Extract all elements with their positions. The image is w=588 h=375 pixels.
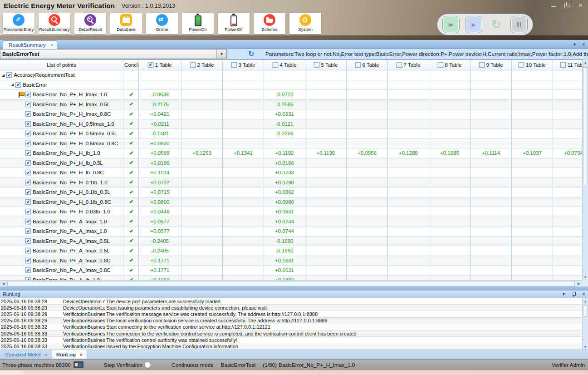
panel-splitter[interactable]: [0, 286, 588, 291]
pin-icon[interactable]: [572, 291, 576, 297]
column-checkbox[interactable]: [314, 62, 319, 68]
row-checkbox[interactable]: [25, 199, 31, 205]
minimize-icon[interactable]: [551, 3, 557, 8]
table-row[interactable]: BasicError_No_P+_A_Imax_0.5L✔-0.2405-0.1…: [0, 237, 582, 247]
stop-verification-toggle[interactable]: [144, 361, 151, 368]
runlog-scroll-up-icon[interactable]: ▲: [583, 298, 588, 304]
table-row[interactable]: BasicError_No_P+_H_0.5Imax_0.8C✔+0.0930: [0, 139, 582, 149]
table-row[interactable]: BasicError_No_P+_H_Ib_0.5L✔+0.0196+0.016…: [0, 158, 582, 168]
table-row[interactable]: BasicError_No_P+_H_Ib_0.8C✔+0.1014+0.074…: [0, 168, 582, 178]
row-checkbox[interactable]: [25, 267, 31, 273]
toolbar-button-DataSave[interactable]: DataSave: [110, 13, 142, 34]
runlog-close-icon[interactable]: ×: [582, 291, 585, 297]
combobox-arrow-icon[interactable]: ▼: [216, 49, 226, 59]
column-checkbox[interactable]: [148, 62, 153, 68]
toolbar-button-DetailResult[interactable]: DetailResult: [74, 13, 106, 34]
row-checkbox[interactable]: [25, 189, 31, 195]
tab-close-icon[interactable]: ×: [50, 42, 53, 48]
scroll-up-icon[interactable]: ▲: [583, 59, 588, 65]
row-checkbox[interactable]: [25, 131, 31, 136]
tree-row-AccuracyRequirementTest[interactable]: ◢AccuracyRequirementTest: [0, 70, 582, 80]
close-icon[interactable]: [578, 3, 584, 8]
column-checkbox[interactable]: [438, 62, 443, 68]
row-checkbox[interactable]: [25, 92, 31, 97]
row-checkbox[interactable]: [25, 238, 31, 244]
table-row[interactable]: BasicError_No_P+_H_Imax_0.8C✔+0.0421+0.0…: [0, 109, 582, 119]
column-checkbox[interactable]: [560, 62, 566, 68]
table-row[interactable]: BasicError_No_P+_H_0.03Ib_1.0✔+0.0446+0.…: [0, 207, 582, 217]
bottom-tab-close-icon[interactable]: ×: [44, 352, 47, 357]
column-checkbox[interactable]: [190, 62, 196, 68]
table-horizontal-scrollbar[interactable]: ◀ ▶: [0, 280, 582, 286]
table-row[interactable]: BasicError_No_P+_A_Imax_0.5L✔-0.2405-0.1…: [0, 246, 582, 256]
row-checkbox[interactable]: [25, 150, 31, 156]
tree-expander-icon[interactable]: ◢: [2, 73, 5, 77]
log-row[interactable]: 2025-06-16 09:38:33VerificationBusinessL…: [0, 343, 582, 350]
scroll-left-icon[interactable]: ◀: [0, 281, 7, 287]
tree-expander-icon[interactable]: ◢: [11, 83, 14, 87]
table-vertical-scrollbar[interactable]: ▲ ▼: [582, 59, 588, 280]
column-header-5-table[interactable]: 5 Table: [305, 60, 347, 70]
horizontal-scroll-thumb[interactable]: [7, 281, 575, 286]
table-row[interactable]: BasicError_No_P+_H_0.5Imax_1.0✔+0.0211-0…: [0, 119, 582, 129]
column-checkbox[interactable]: [355, 62, 361, 68]
fast-forward-button[interactable]: [442, 16, 460, 33]
column-header-7-table[interactable]: 7 Table: [388, 60, 429, 70]
row-checkbox[interactable]: [25, 170, 31, 175]
row-checkbox[interactable]: [25, 258, 31, 263]
table-row[interactable]: BasicError_No_P+_A_Imax_1.0✔+0.0577+0.07…: [0, 227, 582, 237]
column-header-11-table[interactable]: 11 Table: [553, 60, 582, 70]
tree-checkbox[interactable]: [15, 82, 21, 88]
table-row[interactable]: BasicError_No_P+_A_Imax_1.0✔+0.0577+0.07…: [0, 217, 582, 227]
table-row[interactable]: BasicError_No_P+_H_0.1Ib_0.8C✔+0.0800+0.…: [0, 197, 582, 207]
row-checkbox[interactable]: [25, 209, 31, 214]
pause-button[interactable]: [510, 16, 528, 33]
row-checkbox[interactable]: [25, 228, 31, 234]
table-row[interactable]: BasicError_No_P+_H_Imax_0.5L✔-0.2175-0.2…: [0, 100, 582, 110]
column-checkbox[interactable]: [519, 62, 524, 68]
table-row[interactable]: BasicError_No_P+_H_Imax_1.0✔-0.0639-0.07…: [0, 90, 582, 100]
column-header-2-table[interactable]: 2 Table: [181, 60, 223, 70]
log-row[interactable]: 2025-06-16 09:38:29VerificationBusinessL…: [0, 318, 582, 324]
table-row[interactable]: BasicError_No_P+_A_Imax_0.8C✔+0.1771+0.1…: [0, 266, 582, 276]
scroll-right-icon[interactable]: ▶: [575, 281, 582, 287]
bottom-tab-runlog[interactable]: RunLog×: [52, 350, 87, 359]
bottom-tab-standard-meter[interactable]: Standard Meter×: [1, 350, 52, 359]
column-header-4-table[interactable]: 4 Table: [264, 60, 305, 70]
column-header-8-table[interactable]: 8 Table: [429, 60, 470, 70]
log-row[interactable]: 2025-06-16 09:38:33VerificationBusinessL…: [0, 337, 582, 343]
column-checkbox[interactable]: [231, 62, 237, 68]
log-row[interactable]: 2025-06-16 09:38:29DeviceOperationLogsTh…: [0, 298, 582, 305]
toolbar-button-Schema[interactable]: Schema: [254, 13, 285, 34]
runlog-scroll-down-icon[interactable]: ▼: [583, 344, 588, 350]
log-row[interactable]: 2025-06-16 09:38:29VerificationBusinessL…: [0, 311, 582, 317]
log-row[interactable]: 2025-06-16 09:38:32VerificationBusinessL…: [0, 324, 582, 331]
log-row[interactable]: 2025-06-16 09:38:33VerificationBusinessL…: [0, 331, 582, 337]
restore-icon[interactable]: [564, 3, 571, 8]
toolbar-button-ParameterEntry[interactable]: ParameterEntry: [3, 13, 34, 34]
table-row[interactable]: BasicError_No_P+_H_Ib_1.0✔+0.0599+0.1293…: [0, 148, 582, 158]
row-checkbox[interactable]: [25, 180, 31, 185]
column-header-6-table[interactable]: 6 Table: [347, 60, 388, 70]
table-row[interactable]: BasicError_No_P+_H_0.1Ib_0.5L✔+0.0715+0.…: [0, 188, 582, 197]
row-checkbox[interactable]: [25, 248, 31, 253]
toolbar-button-PowerOn[interactable]: PowerOn: [182, 13, 214, 34]
table-row[interactable]: BasicError_No_P+_A_Imax_0.8C✔+0.1771+0.1…: [0, 256, 582, 266]
scroll-down-icon[interactable]: ▼: [583, 274, 588, 280]
runlog-vertical-scrollbar[interactable]: ▲ ▼: [582, 298, 588, 350]
test-selector-combobox[interactable]: BasicErrorTest ▼: [0, 49, 227, 59]
row-checkbox[interactable]: [25, 121, 31, 127]
column-checkbox[interactable]: [397, 62, 402, 68]
row-checkbox[interactable]: [25, 141, 31, 146]
refresh-icon[interactable]: ↻: [248, 49, 257, 59]
loop-button[interactable]: [488, 16, 505, 33]
column-header-conclusion[interactable]: Conclu: [123, 60, 139, 70]
toolbar-button-Online[interactable]: Online: [146, 13, 178, 34]
tabstrip-close-icon[interactable]: ×: [582, 41, 585, 48]
toolbar-button-ResultSummary[interactable]: ResultSummary: [39, 13, 70, 34]
table-row[interactable]: BasicError_No_P+_H_0.5Imax_0.5L✔-0.1481-…: [0, 129, 582, 139]
runlog-dropdown-icon[interactable]: ▼: [562, 292, 566, 296]
log-row[interactable]: 2025-06-16 09:38:29DeviceOperationLogsSt…: [0, 305, 582, 311]
runlog-panel-header[interactable]: RunLog ▼ ×: [0, 291, 588, 298]
toolbar-button-System[interactable]: System: [289, 13, 321, 34]
